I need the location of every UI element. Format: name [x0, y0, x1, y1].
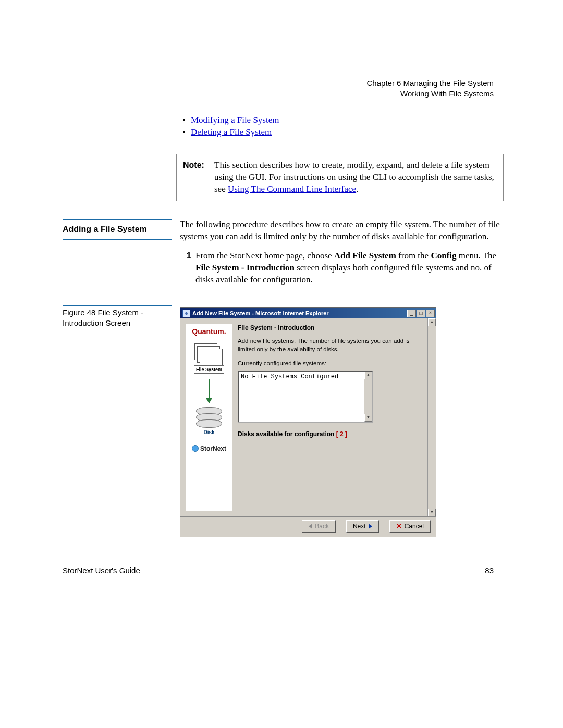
back-button-label: Back	[315, 522, 329, 530]
window-title: Add New File System - Microsoft Internet…	[192, 310, 407, 317]
file-system-label: File System	[194, 365, 224, 374]
next-button-label: Next	[353, 522, 366, 530]
step-bold-add-file-system: Add File System	[334, 251, 396, 261]
section-label: Working With File Systems	[367, 89, 494, 99]
next-button[interactable]: Next	[346, 520, 379, 533]
configured-fs-label: Currently configured file systems:	[238, 360, 422, 368]
configured-fs-listbox[interactable]: No File Systems Configured ▲ ▼	[238, 371, 373, 423]
window-body-row: Quantum. File System Disk	[180, 318, 436, 516]
disks-available-text: Disks available for configuration	[238, 430, 336, 438]
footer-page-number: 83	[485, 565, 494, 576]
figure-caption: Figure 48 File System - Introduction Scr…	[63, 307, 172, 329]
footer-doc-title: StorNext User's Guide	[63, 565, 140, 576]
note-label: Note:	[183, 159, 214, 195]
window-scrollbar[interactable]: ▲ ▼	[427, 318, 436, 516]
step-number: 1	[180, 250, 191, 286]
disk-icon	[196, 419, 222, 428]
file-system-graphic	[194, 343, 224, 365]
document-page: Chapter 6 Managing the File System Worki…	[0, 0, 563, 728]
maximize-button[interactable]: □	[417, 310, 425, 317]
stornext-logo: StorNext	[192, 445, 226, 453]
stornext-globe-icon	[192, 445, 199, 452]
triangle-right-icon	[369, 524, 372, 529]
disks-available-label: Disks available for configuration [ 2 ]	[238, 430, 422, 438]
back-button[interactable]: Back	[302, 520, 336, 533]
note-text-post: .	[356, 184, 358, 194]
wizard-sidebar: Quantum. File System Disk	[186, 324, 232, 511]
body-column: The following procedure describes how to…	[180, 219, 506, 286]
screenshot-ie-window: e Add New File System - Microsoft Intern…	[180, 307, 436, 537]
step-text-seg: menu. The	[457, 251, 497, 261]
step-text-seg: from the	[396, 251, 431, 261]
cancel-button-label: Cancel	[405, 522, 424, 530]
disk-label: Disk	[203, 429, 214, 436]
minimize-button[interactable]: _	[407, 310, 416, 317]
link-delete-fs[interactable]: Deleting a File System	[191, 127, 272, 137]
listbox-item: No File Systems Configured	[241, 373, 338, 380]
step-bold-config: Config	[431, 251, 456, 261]
link-modify-fs[interactable]: Modifying a File System	[191, 115, 279, 125]
wizard-content: File System - Introduction Add new file …	[238, 324, 422, 511]
note-body: This section describes how to create, mo…	[214, 159, 498, 195]
wizard-title: File System - Introduction	[238, 324, 422, 332]
cross-reference-list: Modifying a File System Deleting a File …	[182, 115, 503, 139]
triangle-left-icon	[309, 524, 312, 529]
step-bold-fs-intro: File System - Introduction	[195, 263, 295, 273]
scroll-down-icon[interactable]: ▼	[364, 414, 372, 422]
step-text-seg: From the StorNext home page, choose	[195, 251, 334, 261]
close-window-button[interactable]: ×	[426, 310, 435, 317]
window-titlebar: e Add New File System - Microsoft Intern…	[180, 308, 436, 318]
disk-graphic: Disk	[196, 407, 222, 436]
folder-icon	[200, 349, 223, 365]
link-cli-reference[interactable]: Using The Command Line Interface	[228, 184, 356, 194]
quantum-logo: Quantum.	[192, 327, 226, 338]
ie-app-icon: e	[182, 310, 190, 317]
x-icon: ✕	[396, 522, 402, 531]
scroll-down-icon[interactable]: ▼	[428, 509, 436, 516]
listbox-scrollbar[interactable]: ▲ ▼	[364, 372, 372, 422]
disks-available-count: [ 2 ]	[336, 430, 347, 438]
arrow-down-icon	[209, 379, 210, 403]
step-1: 1 From the StorNext home page, choose Ad…	[180, 250, 506, 286]
stornext-text: StorNext	[200, 445, 226, 453]
intro-paragraph: The following procedure describes how to…	[180, 219, 506, 243]
step-text: From the StorNext home page, choose Add …	[195, 250, 506, 286]
figure-rule	[63, 305, 172, 306]
cancel-button[interactable]: ✕ Cancel	[389, 520, 431, 533]
page-header: Chapter 6 Managing the File System Worki…	[367, 78, 494, 100]
wizard-description: Add new file systems. The number of file…	[238, 337, 422, 353]
chapter-label: Chapter 6 Managing the File System	[367, 78, 494, 89]
scroll-up-icon[interactable]: ▲	[428, 318, 436, 326]
scroll-up-icon[interactable]: ▲	[364, 372, 372, 379]
note-callout: Note: This section describes how to crea…	[176, 154, 504, 201]
sidebar-heading-adding-fs: Adding a File System	[63, 219, 172, 240]
wizard-body: Quantum. File System Disk	[180, 318, 427, 516]
wizard-button-row: Back Next ✕ Cancel	[180, 516, 436, 537]
